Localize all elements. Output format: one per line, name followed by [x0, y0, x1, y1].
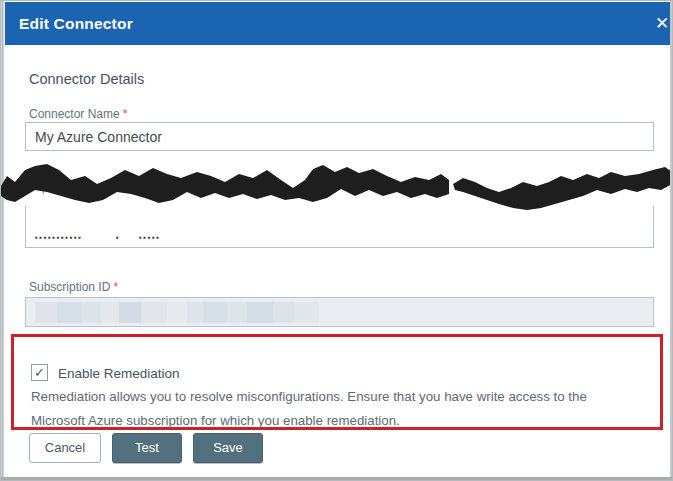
connector-name-input[interactable] [25, 122, 654, 151]
redacted-block [187, 302, 203, 323]
required-asterisk: * [123, 107, 128, 121]
connector-name-label: Connector Name* [29, 107, 127, 121]
redacted-block [119, 302, 141, 323]
remediation-description: Remediation allows you to resolve miscon… [31, 385, 627, 432]
checkmark-icon: ✓ [34, 365, 45, 380]
redacted-block [57, 302, 81, 323]
required-asterisk: * [113, 280, 118, 294]
redacted-block [35, 302, 57, 323]
redacted-block [203, 302, 227, 323]
redacted-block [247, 302, 273, 323]
dialog-titlebar: Edit Connector ✕ [5, 2, 670, 45]
redacted-block [141, 302, 167, 323]
masked-value-segment: ▪▪▪▪▪▪▪▪▪▪▪ [35, 233, 83, 242]
enable-remediation-label: Enable Remediation [58, 366, 180, 381]
subscription-id-label: Subscription ID* [29, 280, 118, 294]
edit-connector-dialog: Edit Connector ✕ Connector Details Conne… [0, 0, 673, 481]
dialog-bottom-border [1, 477, 672, 480]
masked-value-segment: ▪ [116, 233, 120, 242]
test-button[interactable]: Test [112, 433, 182, 463]
dialog-right-border [670, 1, 672, 480]
torn-redaction-band [1, 156, 673, 216]
page-edge-strip [1, 1, 5, 480]
masked-value-segment: ▪▪▪▪▪ [139, 233, 161, 242]
redacted-block [101, 302, 119, 323]
redacted-block [295, 302, 319, 323]
redacted-block [81, 302, 101, 323]
redacted-block [273, 302, 295, 323]
save-button[interactable]: Save [193, 433, 263, 463]
subscription-id-field[interactable] [25, 297, 654, 327]
redacted-block [167, 302, 187, 323]
enable-remediation-checkbox[interactable]: ✓ [31, 364, 48, 381]
cancel-button[interactable]: Cancel [29, 433, 101, 463]
dialog-title: Edit Connector [5, 15, 133, 33]
section-heading: Connector Details [29, 71, 144, 87]
redacted-block [227, 302, 247, 323]
